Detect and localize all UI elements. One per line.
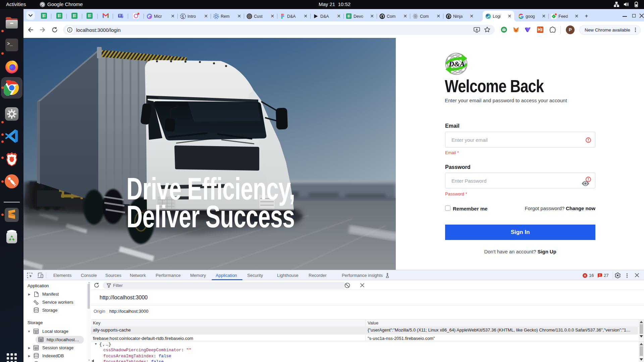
svg-text:>_: >_	[7, 41, 13, 47]
svg-text:D&A: D&A	[448, 60, 465, 68]
